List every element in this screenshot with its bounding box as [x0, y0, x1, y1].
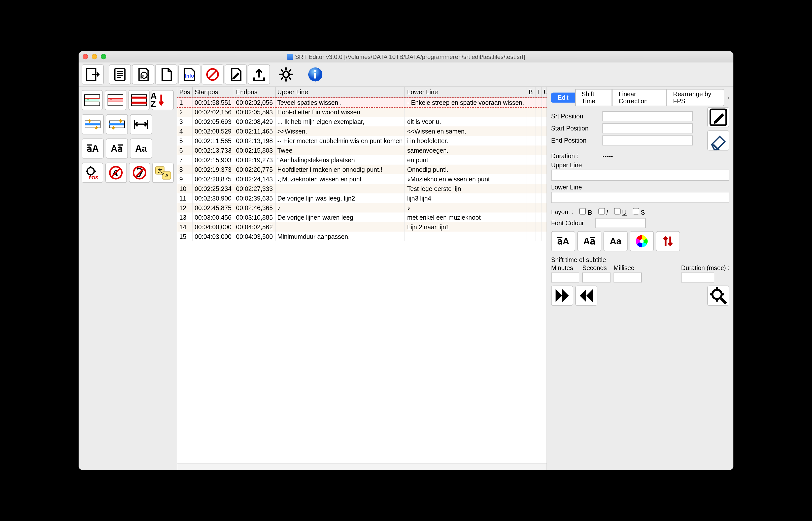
- edit-file-button[interactable]: [225, 64, 247, 84]
- file-info-button[interactable]: Info: [178, 64, 201, 84]
- insert-row-button[interactable]: +: [82, 90, 103, 110]
- svg-rect-33: [132, 101, 146, 104]
- svg-text:−: −: [110, 97, 113, 102]
- table-row[interactable]: 1500:04:03,00000:04:03,500Minimumduur aa…: [177, 231, 547, 241]
- end-position-label: End Position: [551, 137, 598, 144]
- mark-rows-button[interactable]: [128, 90, 149, 110]
- svg-rect-52: [711, 109, 726, 125]
- upper-line-input[interactable]: [551, 169, 729, 181]
- settings-button[interactable]: [275, 64, 297, 84]
- svg-point-41: [87, 167, 94, 175]
- minimize-window-button[interactable]: [92, 54, 97, 59]
- col-b[interactable]: B: [526, 87, 535, 97]
- tabs-overflow-icon[interactable]: ›: [727, 94, 729, 101]
- svg-rect-19: [314, 73, 316, 78]
- table-row[interactable]: 500:02:11,56500:02:13,198-- Hier moeten …: [177, 136, 547, 145]
- cell-start: 00:01:58,551: [192, 97, 234, 107]
- fix-pos-button[interactable]: POS: [82, 162, 103, 183]
- table-row[interactable]: 800:02:19,37300:02:20,775Hoofdletter i m…: [177, 164, 547, 174]
- cell-upper: Minimumduur aanpassen.: [275, 231, 405, 241]
- font-colour-input[interactable]: [596, 218, 646, 228]
- open-file-button[interactable]: [82, 64, 104, 84]
- seconds-input[interactable]: [582, 272, 610, 282]
- remove-hearing-button[interactable]: [129, 162, 150, 183]
- lowercase-button[interactable]: Aa̅: [106, 138, 128, 158]
- main-toolbar: Info: [78, 62, 734, 87]
- col-end[interactable]: Endpos: [234, 87, 275, 97]
- table-row[interactable]: 700:02:15,90300:02:19,273"Aanhalingsteke…: [177, 155, 547, 164]
- apply-shift-button[interactable]: [707, 286, 729, 305]
- swap-lines-button[interactable]: [656, 231, 680, 251]
- row-up-down-button[interactable]: [82, 114, 104, 134]
- document-button[interactable]: [109, 64, 131, 84]
- strike-checkbox[interactable]: [633, 208, 639, 214]
- cell-lower: en punt: [405, 155, 526, 164]
- panel-lowercase-button[interactable]: Aa̅: [577, 231, 601, 251]
- table-row[interactable]: 1200:02:45,87500:02:46,365♪♪: [177, 203, 547, 212]
- row-down-up-button[interactable]: [106, 114, 128, 134]
- tab-edit[interactable]: Edit: [551, 92, 575, 103]
- table-row[interactable]: 600:02:13,73300:02:15,803Tweesamenvoegen…: [177, 145, 547, 155]
- delete-row-button[interactable]: −: [105, 90, 126, 110]
- srt-position-input[interactable]: [602, 111, 693, 121]
- clear-edit-button[interactable]: [707, 130, 729, 151]
- export-button[interactable]: [248, 64, 270, 84]
- end-position-input[interactable]: [602, 135, 693, 145]
- about-button[interactable]: [304, 64, 326, 84]
- table-row[interactable]: 900:02:20,87500:02:24,143♫Muzieknoten wi…: [177, 174, 547, 184]
- cell-lower: lijn3 lijn4: [405, 193, 526, 203]
- italic-checkbox[interactable]: [598, 208, 605, 214]
- shift-forward-button[interactable]: [551, 286, 573, 305]
- new-file-button[interactable]: [155, 64, 177, 84]
- panel-togglecase-button[interactable]: Aa: [603, 231, 628, 251]
- zoom-window-button[interactable]: [101, 54, 106, 59]
- tab-fps[interactable]: Rearrange by FPS: [667, 89, 724, 106]
- col-upper[interactable]: Upper Line: [275, 87, 405, 97]
- col-u[interactable]: U: [541, 87, 547, 97]
- translate-button[interactable]: 文A: [153, 162, 174, 183]
- capitalize-button[interactable]: a̅A: [82, 138, 104, 158]
- reload-file-button[interactable]: [132, 64, 154, 84]
- underline-checkbox[interactable]: [614, 208, 621, 214]
- col-pos[interactable]: Pos: [177, 87, 192, 97]
- col-lower[interactable]: Lower Line: [405, 87, 526, 97]
- table-row[interactable]: 1400:04:00,00000:04:02,562Lijn 2 naar li…: [177, 222, 547, 231]
- horizontal-stretch-button[interactable]: [130, 114, 152, 134]
- table-row[interactable]: 400:02:08,52900:02:11,465>>Wissen.<<Wiss…: [177, 126, 547, 136]
- cell-upper: ♫Muzieknoten wissen en punt: [275, 174, 405, 184]
- lower-line-input[interactable]: [551, 192, 729, 203]
- cell-end: 00:02:02,056: [234, 97, 275, 107]
- millisec-input[interactable]: [613, 272, 642, 282]
- table-row[interactable]: 300:02:05,69300:02:08,429... Ik heb mijn…: [177, 117, 547, 126]
- shift-backward-button[interactable]: [575, 286, 597, 305]
- horizontal-scrollbar[interactable]: [177, 463, 547, 470]
- table-row[interactable]: 1100:02:30,90000:02:39,635De vorige lijn…: [177, 193, 547, 203]
- col-start[interactable]: Startpos: [192, 87, 234, 97]
- svg-line-15: [289, 77, 291, 80]
- panel-tabs: Edit Shift Time Linear Correction Rearra…: [551, 89, 729, 106]
- start-position-input[interactable]: [602, 123, 693, 133]
- table-row[interactable]: 100:01:58,55100:02:02,056Teveel spaties …: [177, 97, 547, 107]
- sort-az-button[interactable]: AZ: [152, 90, 174, 110]
- table-row[interactable]: 1300:03:00,45600:03:10,885De vorige lijn…: [177, 212, 547, 222]
- cell-start: 00:02:13,733: [192, 145, 234, 155]
- duration-msec-input[interactable]: [681, 272, 714, 282]
- table-row[interactable]: 200:02:02,15600:02:05,593HooFdletter f i…: [177, 107, 547, 117]
- tab-linear[interactable]: Linear Correction: [612, 89, 667, 106]
- remove-alpha-button[interactable]: A: [105, 162, 127, 183]
- col-i[interactable]: I: [535, 87, 541, 97]
- forbidden-button[interactable]: [202, 64, 224, 84]
- color-wheel-button[interactable]: [630, 231, 654, 251]
- cell-lower: ♪Muzieknoten wissen en punt: [405, 174, 526, 184]
- close-window-button[interactable]: [83, 54, 88, 59]
- minutes-input[interactable]: [551, 272, 579, 282]
- apply-edit-button[interactable]: [707, 107, 729, 127]
- panel-capitalize-button[interactable]: a̅A: [551, 231, 575, 251]
- svg-text:POS: POS: [89, 175, 98, 180]
- table-row[interactable]: 1000:02:25,23400:02:27,333Test lege eers…: [177, 184, 547, 193]
- tab-shift[interactable]: Shift Time: [575, 89, 612, 106]
- cell-upper: Hoofdletter i maken en onnodig punt.!: [275, 164, 405, 174]
- togglecase-button[interactable]: Aa: [130, 138, 152, 158]
- bold-checkbox[interactable]: [580, 208, 586, 214]
- subtitle-table[interactable]: Pos Startpos Endpos Upper Line Lower Lin…: [177, 87, 547, 470]
